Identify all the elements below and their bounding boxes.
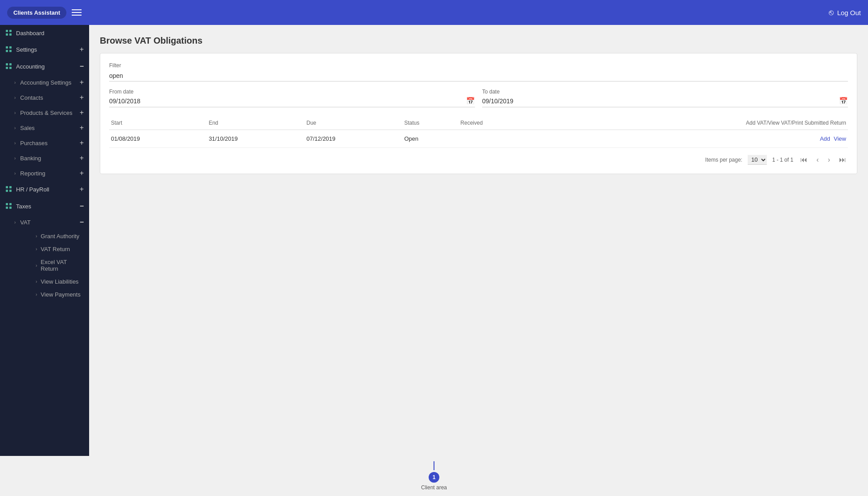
tooltip-line bbox=[434, 461, 434, 470]
sidebar-item-hr-payroll[interactable]: HR / PayRoll + bbox=[0, 181, 89, 198]
sidebar-item-grant-authority[interactable]: › Grant Authority bbox=[36, 230, 89, 243]
prev-page-button[interactable]: ‹ bbox=[815, 155, 820, 165]
col-status: Status bbox=[402, 116, 459, 130]
hamburger-line-2 bbox=[72, 12, 82, 13]
vat-obligations-card: Filter From date 📅 To date 📅 bbox=[100, 53, 857, 174]
filter-input[interactable] bbox=[109, 70, 848, 81]
next-page-button[interactable]: › bbox=[826, 155, 832, 165]
cell-actions: AddView bbox=[536, 130, 848, 148]
items-per-page-select[interactable]: 10 25 50 bbox=[748, 155, 767, 165]
to-date-wrap: 📅 bbox=[482, 97, 848, 107]
col-end: End bbox=[207, 116, 304, 130]
sidebar-item-taxes[interactable]: Taxes − bbox=[0, 198, 89, 215]
sidebar-item-contacts[interactable]: › Contacts + bbox=[14, 90, 89, 105]
app-header: Clients Assistant ⎋ Log Out bbox=[0, 0, 868, 25]
logout-label: Log Out bbox=[837, 9, 861, 16]
cell-start: 01/08/2019 bbox=[109, 130, 207, 148]
contacts-expand-icon: + bbox=[80, 94, 84, 102]
hamburger-button[interactable] bbox=[72, 9, 82, 16]
taxes-collapse-icon: − bbox=[80, 202, 84, 210]
sidebar-item-vat[interactable]: › VAT − bbox=[14, 215, 89, 230]
chevron-grant-authority: › bbox=[36, 234, 37, 239]
sidebar-item-excel-vat-return[interactable]: › Excel VAT Return bbox=[36, 256, 89, 275]
from-date-label: From date bbox=[109, 89, 475, 95]
sidebar-item-view-payments[interactable]: › View Payments bbox=[36, 288, 89, 301]
sidebar-label-taxes: Taxes bbox=[16, 203, 31, 210]
bottom-area: 1 Client area bbox=[0, 456, 868, 496]
hamburger-line-3 bbox=[72, 15, 82, 16]
last-page-button[interactable]: ⏭ bbox=[837, 155, 848, 165]
chevron-vat: › bbox=[14, 220, 16, 225]
sales-expand-icon: + bbox=[80, 124, 84, 132]
from-date-calendar-icon[interactable]: 📅 bbox=[466, 97, 475, 105]
table-row: 01/08/201931/10/201907/12/2019OpenAddVie… bbox=[109, 130, 848, 148]
chevron-vat-return: › bbox=[36, 247, 37, 252]
sidebar-item-reporting[interactable]: › Reporting + bbox=[14, 166, 89, 181]
reporting-expand-icon: + bbox=[80, 169, 84, 177]
from-date-input[interactable] bbox=[109, 98, 466, 105]
chevron-view-liabilities: › bbox=[36, 279, 37, 284]
col-received: Received bbox=[459, 116, 536, 130]
first-page-button[interactable]: ⏮ bbox=[798, 155, 809, 165]
sidebar-item-vat-return[interactable]: › VAT Return bbox=[36, 243, 89, 256]
sidebar-item-banking[interactable]: › Banking + bbox=[14, 150, 89, 166]
sidebar-item-accounting[interactable]: Accounting − bbox=[0, 58, 89, 75]
vat-collapse-icon: − bbox=[80, 218, 84, 226]
filter-section: Filter bbox=[109, 62, 848, 81]
chevron-banking: › bbox=[14, 156, 16, 161]
sidebar-item-hr-payroll-left: HR / PayRoll bbox=[5, 186, 49, 193]
sidebar-item-accounting-settings[interactable]: › Accounting Settings + bbox=[14, 75, 89, 90]
cell-end: 31/10/2019 bbox=[207, 130, 304, 148]
cell-received bbox=[459, 130, 536, 148]
sidebar-label-dashboard: Dashboard bbox=[16, 30, 45, 37]
chevron-contacts: › bbox=[14, 95, 16, 100]
to-date-calendar-icon[interactable]: 📅 bbox=[839, 97, 848, 105]
sidebar-label-banking: Banking bbox=[20, 155, 41, 162]
sidebar-item-taxes-left: Taxes bbox=[5, 203, 31, 210]
pagination-row: Items per page: 10 25 50 1 - 1 of 1 ⏮ ‹ … bbox=[109, 155, 848, 165]
main-content: Browse VAT Obligations Filter From date … bbox=[89, 25, 868, 456]
sidebar-item-products-services[interactable]: › Products & Services + bbox=[14, 105, 89, 120]
taxes-submenu: › VAT − › Grant Authority › VAT Return ›… bbox=[0, 215, 89, 301]
sidebar-item-dashboard-left: Dashboard bbox=[5, 29, 45, 37]
dashboard-icon bbox=[5, 29, 12, 37]
sidebar-label-reporting: Reporting bbox=[20, 170, 45, 177]
chevron-products-services: › bbox=[14, 110, 16, 115]
chevron-view-payments: › bbox=[36, 292, 37, 297]
products-services-expand-icon: + bbox=[80, 109, 84, 117]
to-date-input[interactable] bbox=[482, 98, 839, 105]
action-link-add[interactable]: Add bbox=[820, 135, 830, 142]
sidebar-item-settings-left: Settings bbox=[5, 46, 37, 53]
tooltip-badge: 1 bbox=[429, 472, 439, 483]
action-link-view[interactable]: View bbox=[834, 135, 846, 142]
logo-button[interactable]: Clients Assistant bbox=[7, 7, 66, 19]
sidebar-item-settings[interactable]: Settings + bbox=[0, 41, 89, 58]
from-date-group: From date 📅 bbox=[109, 89, 475, 107]
chevron-purchases: › bbox=[14, 141, 16, 146]
sidebar-label-hr-payroll: HR / PayRoll bbox=[16, 186, 49, 193]
vat-submenu: › Grant Authority › VAT Return › Excel V… bbox=[14, 230, 89, 301]
sidebar-item-dashboard[interactable]: Dashboard bbox=[0, 25, 89, 41]
to-date-group: To date 📅 bbox=[482, 89, 848, 107]
to-date-label: To date bbox=[482, 89, 848, 95]
sidebar-label-contacts: Contacts bbox=[20, 94, 43, 101]
sidebar-label-accounting-settings: Accounting Settings bbox=[20, 79, 71, 86]
col-actions: Add VAT/View VAT/Print Submitted Return bbox=[536, 116, 848, 130]
cell-due: 07/12/2019 bbox=[305, 130, 402, 148]
hr-payroll-expand-icon: + bbox=[80, 185, 84, 193]
hr-payroll-icon bbox=[5, 186, 12, 193]
sidebar: Dashboard Settings + Accounting − bbox=[0, 25, 89, 456]
sidebar-label-view-payments: View Payments bbox=[41, 291, 80, 298]
col-start: Start bbox=[109, 116, 207, 130]
taxes-icon bbox=[5, 203, 12, 210]
from-date-wrap: 📅 bbox=[109, 97, 475, 107]
accounting-submenu: › Accounting Settings + › Contacts + › P… bbox=[0, 75, 89, 181]
sidebar-item-view-liabilities[interactable]: › View Liabilities bbox=[36, 275, 89, 288]
sidebar-label-grant-authority: Grant Authority bbox=[41, 233, 79, 240]
logout-button[interactable]: ⎋ Log Out bbox=[829, 8, 861, 17]
sidebar-label-sales: Sales bbox=[20, 125, 35, 131]
sidebar-item-purchases[interactable]: › Purchases + bbox=[14, 135, 89, 150]
settings-expand-icon: + bbox=[80, 45, 84, 53]
sidebar-item-sales[interactable]: › Sales + bbox=[14, 120, 89, 135]
main-layout: Dashboard Settings + Accounting − bbox=[0, 25, 868, 456]
